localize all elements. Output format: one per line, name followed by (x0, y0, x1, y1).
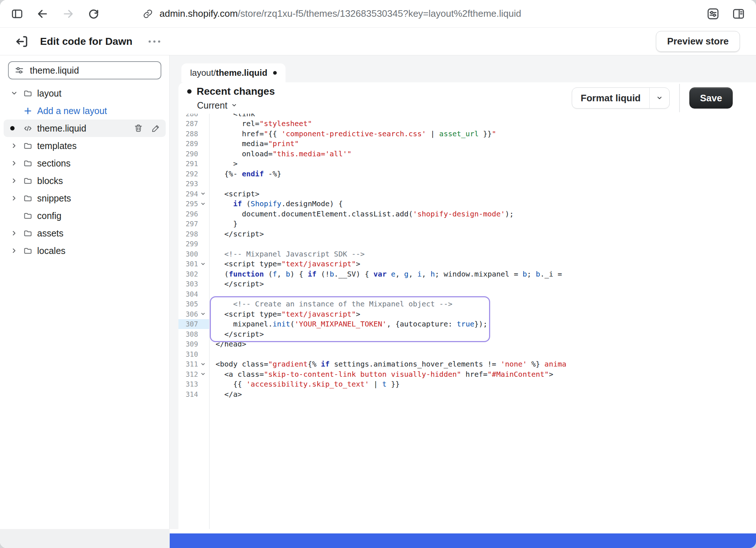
preview-store-button[interactable]: Preview store (656, 31, 740, 52)
code-line-307[interactable]: 307 mixpanel.init('YOUR_MIXPANEL_TOKEN',… (178, 319, 756, 329)
code-file-icon (23, 124, 32, 133)
format-liquid-caret[interactable] (649, 88, 669, 108)
code-line-293[interactable]: 293 (178, 179, 756, 189)
code-line-298[interactable]: 298 </script> (178, 229, 756, 239)
browser-extensions-icon[interactable] (706, 7, 720, 20)
code-line-314[interactable]: 314 </a> (178, 389, 756, 399)
code-line-306[interactable]: 306 <script type="text/javascript"> (178, 309, 756, 319)
gutter: 292 (178, 169, 209, 179)
sidebar-item-sections[interactable]: sections (4, 154, 166, 172)
fold-chevron-icon (200, 261, 206, 267)
sidebar-item-locales[interactable]: locales (4, 242, 166, 259)
save-button[interactable]: Save (689, 87, 733, 109)
code-text: mixpanel.init('YOUR_MIXPANEL_TOKEN', {au… (209, 320, 488, 328)
code-line-290[interactable]: 290 onload="this.media='all'" (178, 149, 756, 159)
line-number: 295 (183, 200, 198, 208)
line-number: 312 (183, 370, 198, 378)
code-line-296[interactable]: 296 document.documentElement.classList.a… (178, 209, 756, 219)
version-dropdown[interactable]: Current (197, 100, 275, 111)
fold-toggle[interactable] (199, 259, 207, 269)
page-title: Edit code for Dawn (40, 36, 133, 47)
tab-theme-liquid[interactable]: layout/theme.liquid (181, 63, 286, 82)
code-line-301[interactable]: 301 <script type="text/javascript"> (178, 259, 756, 269)
code-line-300[interactable]: 300 <!-- Mixpanel Javascript SDK --> (178, 249, 756, 259)
gutter: 289 (178, 139, 209, 149)
exit-editor-icon[interactable] (15, 34, 29, 49)
url-domain: admin.shopify.com (160, 8, 238, 19)
fold-toggle[interactable] (199, 309, 207, 319)
chevron-right-icon (10, 247, 18, 255)
code-line-286[interactable]: 286 <link (178, 114, 756, 119)
code-line-288[interactable]: 288 href="{{ 'component-predictive-searc… (178, 129, 756, 139)
code-line-308[interactable]: 308 </script> (178, 329, 756, 339)
folder-icon (23, 89, 32, 98)
back-button[interactable] (36, 8, 49, 20)
sidebar-item-layout[interactable]: layout (4, 85, 166, 102)
code-text: <link (209, 114, 255, 118)
sidebar-item-snippets[interactable]: snippets (4, 189, 166, 207)
fold-toggle[interactable] (199, 359, 207, 369)
file-search-input[interactable] (29, 65, 155, 76)
trash-icon[interactable] (134, 124, 143, 133)
bottom-strip (0, 529, 756, 548)
code-line-309[interactable]: 309</head> (178, 339, 756, 349)
code-line-297[interactable]: 297 } (178, 219, 756, 229)
fold-toggle[interactable] (199, 189, 207, 199)
code-editor[interactable]: 286 <link287 rel="stylesheet"288 href="{… (178, 114, 756, 548)
address-bar[interactable]: admin.shopify.com/store/rzq1xu-f5/themes… (143, 8, 521, 19)
gutter: 286 (178, 114, 209, 119)
line-number: 294 (183, 190, 198, 198)
code-text: onload="this.media='all'" (209, 149, 351, 158)
sidebar-item-assets[interactable]: assets (4, 224, 166, 242)
main-content: layoutAdd a new layouttheme.liquid templ… (0, 55, 756, 548)
code-line-304[interactable]: 304 (178, 289, 756, 299)
pencil-icon[interactable] (151, 124, 161, 133)
gutter: 304 (178, 289, 209, 299)
code-line-299[interactable]: 299 (178, 239, 756, 249)
code-text: </script> (209, 330, 264, 338)
code-line-294[interactable]: 294 <script> (178, 189, 756, 199)
more-actions-button[interactable] (145, 37, 164, 46)
gutter: 310 (178, 349, 209, 359)
code-line-311[interactable]: 311<body class="gradient{% if settings.a… (178, 359, 756, 369)
line-number: 301 (183, 260, 198, 268)
fold-toggle[interactable] (199, 199, 207, 209)
code-line-292[interactable]: 292 {%- endif -%} (178, 169, 756, 179)
format-liquid-label: Format liquid (572, 88, 650, 108)
sidebar-item-config[interactable]: config (4, 207, 166, 224)
sidebar-item-templates[interactable]: templates (4, 137, 166, 154)
format-liquid-button[interactable]: Format liquid (572, 87, 670, 109)
line-number: 286 (183, 114, 198, 118)
sidebar-toggle-icon[interactable] (11, 8, 23, 20)
split-view-icon[interactable] (732, 7, 745, 20)
url-text: admin.shopify.com/store/rzq1xu-f5/themes… (160, 8, 521, 19)
code-line-287[interactable]: 287 rel="stylesheet" (178, 119, 756, 129)
forward-button[interactable] (62, 8, 74, 20)
code-line-310[interactable]: 310 (178, 349, 756, 359)
gutter: 297 (178, 219, 209, 229)
fold-chevron-icon (200, 371, 206, 377)
code-text: </script> (209, 230, 264, 238)
code-line-289[interactable]: 289 media="print" (178, 139, 756, 149)
add-new-layout-button[interactable]: Add a new layout (4, 102, 166, 120)
code-line-312[interactable]: 312 <a class="skip-to-content-link butto… (178, 369, 756, 379)
gutter: 301 (178, 259, 209, 269)
recent-changes-label: Recent changes (197, 86, 275, 97)
code-line-313[interactable]: 313 {{ 'accessibility.skip_to_text' | t … (178, 379, 756, 390)
fold-toggle[interactable] (199, 369, 207, 379)
sidebar-item-theme-liquid[interactable]: theme.liquid (4, 120, 166, 137)
browser-window: admin.shopify.com/store/rzq1xu-f5/themes… (0, 0, 756, 548)
code-text: <!-- Create an instance of the Mixpanel … (209, 300, 452, 308)
fold-chevron-icon (200, 311, 206, 317)
fold-chevron-icon (200, 361, 206, 367)
code-line-295[interactable]: 295 if (Shopify.designMode) { (178, 199, 756, 209)
code-line-302[interactable]: 302 (function (f, b) { if (!b.__SV) { va… (178, 269, 756, 279)
bottom-blue-bar (170, 533, 756, 548)
folder-icon (23, 141, 32, 150)
code-line-305[interactable]: 305 <!-- Create an instance of the Mixpa… (178, 299, 756, 309)
reload-button[interactable] (87, 8, 100, 20)
sidebar-item-blocks[interactable]: blocks (4, 172, 166, 189)
code-line-303[interactable]: 303 </script> (178, 279, 756, 289)
file-search-box[interactable] (8, 61, 161, 79)
code-line-291[interactable]: 291 > (178, 159, 756, 169)
